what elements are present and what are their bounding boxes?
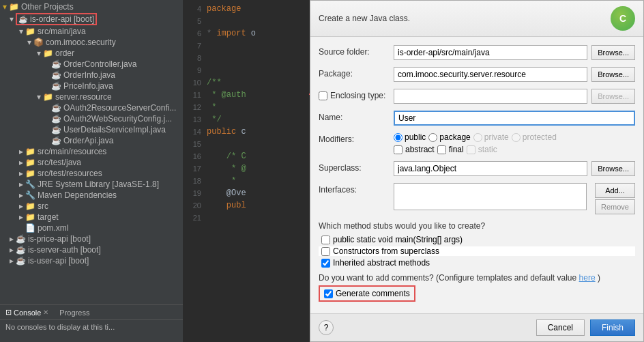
tree-item-userdetails[interactable]: ▾ ☕ UserDetailsServiceImpl.java [0, 124, 183, 135]
enclosing-type-checkbox[interactable]: Enclosing type: [319, 91, 394, 100]
tree-item-pom[interactable]: ▾ 📄 pom.xml [0, 223, 183, 233]
source-folder-browse-btn[interactable]: Browse... [591, 45, 635, 60]
tree-item-is-server-auth[interactable]: ▸ ☕ is-server-auth [boot] [0, 244, 183, 255]
lib-icon: 🔧 [25, 180, 35, 189]
module-icon: ☕ [18, 15, 28, 24]
modifier-static[interactable]: static [467, 145, 497, 154]
modifier-private[interactable]: private [473, 132, 509, 142]
java-file-icon: ☕ [51, 81, 61, 91]
tree-item-jre[interactable]: ▸ 🔧 JRE System Library [JavaSE-1.8] [0, 179, 183, 190]
interfaces-remove-btn[interactable]: Remove [595, 199, 635, 214]
enclosing-label: Enclosing type: [330, 91, 385, 100]
code-line-18: 18 * [183, 175, 310, 187]
modifier-abstract[interactable]: abstract [394, 145, 435, 154]
tree-label: src/test/resources [38, 169, 102, 178]
tree-item-server-resource[interactable]: ▾ 📁 server.resource [0, 91, 183, 102]
help-button[interactable]: ? [319, 320, 334, 335]
tree-item-src-test-resources[interactable]: ▸ 📁 src/test/resources [0, 168, 183, 179]
code-line-19: 19 @Ove [183, 187, 310, 199]
tree-item-other-projects[interactable]: ▾ 📁 Other Projects [0, 1, 183, 12]
java-logo-icon: C [611, 6, 635, 31]
tree-item-is-order-api[interactable]: ▾ ☕ is-order-api [boot] [0, 12, 183, 26]
pkg-icon: 📁 [43, 48, 53, 58]
enclosing-type-control: Browse... [394, 89, 635, 104]
tree-item-maven-deps[interactable]: ▸ 🔧 Maven Dependencies [0, 190, 183, 201]
tree-item-src-test-java[interactable]: ▸ 📁 src/test/java [0, 157, 183, 168]
interfaces-buttons: Add... Remove [591, 183, 635, 214]
enclosing-type-check[interactable] [319, 91, 327, 100]
tree-item-src[interactable]: ▸ 📁 src [0, 201, 183, 212]
tree-label: order [55, 48, 74, 58]
pkg-icon: 📦 [33, 38, 44, 47]
modifier-package[interactable]: package [428, 132, 470, 142]
tree-item-is-user-api[interactable]: ▸ ☕ is-user-api [boot] [0, 255, 183, 266]
source-folder-label: Source folder: [319, 45, 394, 57]
source-folder-input[interactable] [394, 45, 587, 60]
code-line-11: 11 * @auth [183, 89, 310, 101]
tree-item-target[interactable]: ▸ 📁 target [0, 212, 183, 223]
project-tree: ▾ 📁 Other Projects ▾ ☕ is-order-api [boo… [0, 0, 183, 304]
tree-item-com-imooc-security[interactable]: ▾ 📦 com.imooc.security [0, 37, 183, 48]
tree-label: is-price-api [boot] [28, 234, 91, 244]
superclass-input[interactable] [394, 161, 587, 176]
tree-label: Other Projects [21, 2, 74, 12]
code-line-16: 16 /* C [183, 150, 310, 162]
java-file-icon: ☕ [51, 59, 61, 69]
left-panel: ▾ 📁 Other Projects ▾ ☕ is-order-api [boo… [0, 0, 183, 342]
modifiers-control: public package private protected [394, 132, 635, 154]
close-tab-icon[interactable]: ✕ [43, 309, 48, 316]
stub-constructors: Constructors from superclass [319, 246, 635, 256]
interfaces-row: Interfaces: Add... Remove [319, 183, 635, 214]
console-tab[interactable]: ⊡ Console ✕ [0, 307, 54, 318]
comments-section: Do you want to add comments? (Configure … [319, 273, 635, 302]
tree-item-price-info[interactable]: ▾ ☕ PriceInfo.java [0, 81, 183, 91]
modifier-final[interactable]: final [437, 145, 464, 154]
comments-link[interactable]: here [579, 273, 596, 283]
tree-label: JRE System Library [JavaSE-1.8] [38, 180, 159, 189]
modifiers-row-1: public package private protected [394, 132, 635, 142]
name-input[interactable] [394, 111, 635, 126]
modifier-public[interactable]: public [394, 132, 426, 142]
generate-comments-check[interactable] [324, 289, 333, 298]
code-line-20: 20 publ [183, 199, 310, 212]
superclass-browse-btn[interactable]: Browse... [591, 161, 635, 176]
stub-constructors-check[interactable] [321, 247, 330, 256]
tree-item-is-price-api[interactable]: ▸ ☕ is-price-api [boot] [0, 233, 183, 244]
tree-item-order-info[interactable]: ▾ ☕ OrderInfo.java [0, 70, 183, 81]
modifier-protected[interactable]: protected [512, 132, 557, 142]
tree-item-order-controller[interactable]: ▾ ☕ OrderController.java [0, 59, 183, 70]
finish-button[interactable]: Finish [590, 319, 635, 336]
java-file-icon: ☕ [51, 136, 61, 145]
folder-icon: 📁 [25, 27, 35, 36]
tree-item-oauth2resource[interactable]: ▾ ☕ OAuth2ResourceServerConfi... [0, 102, 183, 113]
stub-main-check[interactable] [321, 236, 330, 244]
cancel-button[interactable]: Cancel [536, 319, 585, 336]
folder-icon: 📁 [25, 169, 35, 178]
tree-item-oauth2websecurity[interactable]: ▾ ☕ OAuth2WebSecurityConfig.j... [0, 113, 183, 124]
tree-label: server.resource [55, 92, 112, 102]
progress-tab[interactable]: Progress [54, 307, 95, 318]
folder-icon: 📁 [25, 147, 35, 156]
tree-item-orderapi[interactable]: ▾ ☕ OrderApi.java [0, 135, 183, 146]
folder-icon: 📁 [25, 201, 35, 211]
enclosing-type-input[interactable] [394, 89, 587, 104]
interfaces-add-btn[interactable]: Add... [595, 183, 635, 198]
java-file-icon: ☕ [51, 114, 61, 124]
interfaces-control: Add... Remove [394, 183, 635, 214]
bottom-tabs: ⊡ Console ✕ Progress [0, 305, 183, 320]
stub-inherited-check[interactable] [321, 259, 330, 268]
package-browse-btn[interactable]: Browse... [591, 67, 635, 82]
comments-question: Do you want to add comments? (Configure … [319, 273, 635, 283]
tree-item-order[interactable]: ▾ 📁 order [0, 48, 183, 59]
package-input[interactable] [394, 67, 587, 82]
main-container: ▾ 📁 Other Projects ▾ ☕ is-order-api [boo… [0, 0, 644, 342]
xml-file-icon: 📄 [25, 223, 35, 233]
tree-item-src-main-resources[interactable]: ▸ 📁 src/main/resources [0, 146, 183, 157]
tree-item-src-main-java[interactable]: ▾ 📁 src/main/java [0, 26, 183, 37]
code-line-12: 12 * [183, 101, 310, 113]
superclass-row: Superclass: Browse... [319, 161, 635, 176]
tree-label: src/main/resources [38, 147, 106, 156]
footer-right: Cancel Finish [536, 319, 635, 336]
stub-inherited: Inherited abstract methods [319, 258, 635, 268]
enclosing-type-browse-btn[interactable]: Browse... [591, 89, 635, 104]
